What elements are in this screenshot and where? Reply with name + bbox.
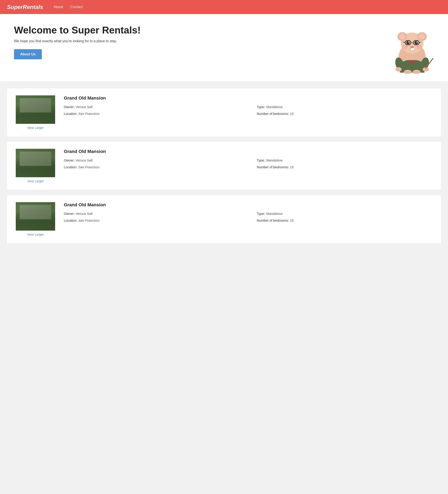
rental-type: Type: Standalone	[257, 105, 432, 109]
rental-image-column: View Larger	[16, 95, 55, 130]
rental-thumbnail	[16, 149, 55, 177]
owner-value-text: Veruca Salt	[75, 158, 93, 162]
rental-location: Location: San Francisco	[64, 219, 239, 222]
hero-subtext: We hope you find exactly what you're loo…	[14, 39, 390, 43]
rental-bedrooms: Number of bedrooms: 15	[257, 165, 432, 169]
rental-owner: Owner: Veruca Salt	[64, 212, 239, 215]
rental-title: Grand Old Mansion	[64, 202, 432, 207]
type-value-text: Standalone	[266, 105, 283, 109]
rental-bedrooms: Number of bedrooms: 15	[257, 112, 432, 115]
nav-link-about[interactable]: About	[54, 5, 63, 9]
rental-details: Owner: Veruca Salt Type: Standalone Loca…	[64, 158, 432, 169]
hero-content: Welcome to Super Rentals! We hope you fi…	[14, 25, 390, 59]
rental-card: View Larger Grand Old Mansion Owner: Ver…	[7, 142, 441, 190]
owner-label: Owner:	[64, 212, 75, 215]
svg-point-11	[406, 41, 410, 44]
rental-type: Type: Standalone	[257, 158, 432, 162]
location-value-text: San Francisco	[78, 219, 99, 222]
svg-point-3	[399, 34, 405, 39]
rental-info: Grand Old Mansion Owner: Veruca Salt Typ…	[64, 95, 432, 115]
rental-bedrooms: Number of bedrooms: 15	[257, 219, 432, 222]
rental-details: Owner: Veruca Salt Type: Standalone Loca…	[64, 105, 432, 115]
rental-location: Location: San Francisco	[64, 112, 239, 115]
owner-label: Owner:	[64, 158, 75, 162]
navbar: SuperRentals About Contact	[0, 0, 448, 14]
bedrooms-label: Number of bedrooms:	[257, 165, 289, 169]
rental-info: Grand Old Mansion Owner: Veruca Salt Typ…	[64, 202, 432, 222]
view-larger-link[interactable]: View Larger	[27, 179, 44, 183]
svg-point-5	[419, 34, 425, 39]
location-value-text: San Francisco	[78, 112, 99, 115]
rental-title: Grand Old Mansion	[64, 95, 432, 101]
svg-point-14	[416, 42, 418, 43]
mascot-image	[390, 25, 434, 73]
type-label: Type:	[257, 212, 265, 215]
nav-brand[interactable]: SuperRentals	[7, 4, 43, 10]
rental-card: View Larger Grand Old Mansion Owner: Ver…	[7, 195, 441, 243]
nav-link-contact[interactable]: Contact	[70, 5, 83, 9]
nav-links: About Contact	[54, 5, 83, 9]
hero-heading: Welcome to Super Rentals!	[14, 25, 390, 36]
owner-value-text: Veruca Salt	[75, 105, 93, 109]
rental-location: Location: San Francisco	[64, 165, 239, 169]
rental-title: Grand Old Mansion	[64, 149, 432, 154]
svg-point-13	[408, 42, 409, 43]
type-label: Type:	[257, 158, 265, 162]
svg-point-18	[402, 45, 408, 49]
rentals-container: View Larger Grand Old Mansion Owner: Ver…	[0, 81, 448, 250]
rental-thumbnail	[16, 202, 55, 231]
type-value-text: Standalone	[266, 212, 283, 215]
bedrooms-value-text: 15	[290, 219, 293, 222]
bedrooms-value-text: 15	[290, 165, 293, 169]
about-us-button[interactable]: About Us	[14, 49, 42, 59]
rental-owner: Owner: Veruca Salt	[64, 158, 239, 162]
rental-image-column: View Larger	[16, 149, 55, 183]
owner-value-text: Veruca Salt	[75, 212, 93, 215]
rental-type: Type: Standalone	[257, 212, 432, 215]
svg-rect-16	[411, 48, 412, 50]
bedrooms-label: Number of bedrooms:	[257, 112, 289, 115]
view-larger-link[interactable]: View Larger	[27, 233, 44, 236]
rental-details: Owner: Veruca Salt Type: Standalone Loca…	[64, 212, 432, 222]
location-value-text: San Francisco	[78, 165, 99, 169]
location-label: Location:	[64, 165, 77, 169]
bedrooms-label: Number of bedrooms:	[257, 219, 289, 222]
bedrooms-value-text: 15	[290, 112, 293, 115]
location-label: Location:	[64, 219, 77, 222]
owner-label: Owner:	[64, 105, 75, 109]
svg-point-19	[416, 45, 423, 49]
rental-owner: Owner: Veruca Salt	[64, 105, 239, 109]
rental-info: Grand Old Mansion Owner: Veruca Salt Typ…	[64, 149, 432, 169]
rental-card: View Larger Grand Old Mansion Owner: Ver…	[7, 88, 441, 136]
rental-thumbnail	[16, 95, 55, 124]
hero-section: Welcome to Super Rentals! We hope you fi…	[0, 14, 448, 81]
type-label: Type:	[257, 105, 265, 109]
svg-point-22	[396, 67, 402, 72]
svg-point-15	[410, 46, 414, 48]
view-larger-link[interactable]: View Larger	[27, 126, 44, 130]
svg-rect-17	[412, 48, 414, 50]
rental-image-column: View Larger	[16, 202, 55, 236]
location-label: Location:	[64, 112, 77, 115]
type-value-text: Standalone	[266, 158, 283, 162]
svg-point-12	[414, 41, 418, 44]
